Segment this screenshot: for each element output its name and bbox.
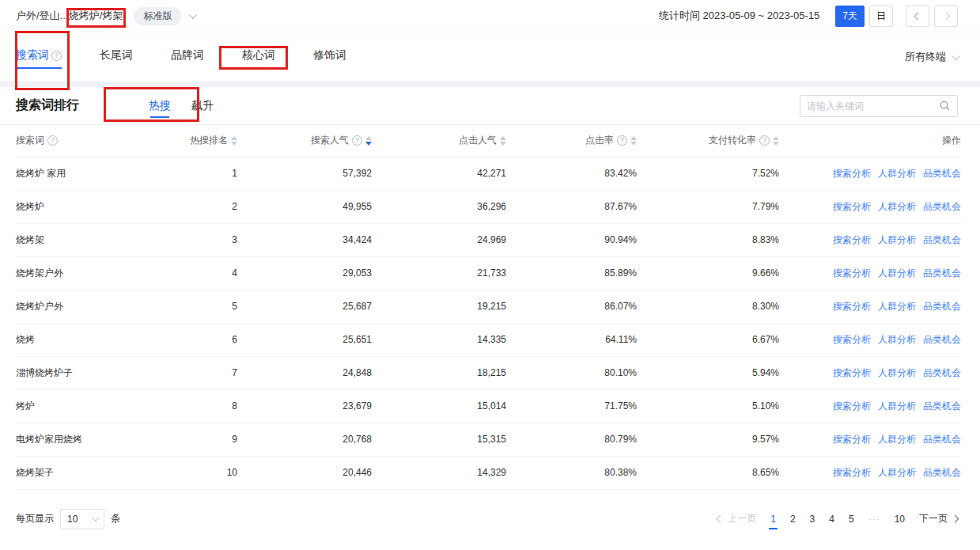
- action-link[interactable]: 人群分析: [878, 434, 916, 445]
- cell-cvr: 7.79%: [637, 190, 779, 223]
- action-link[interactable]: 搜索分析: [833, 201, 871, 212]
- tab-label: 修饰词: [313, 48, 346, 63]
- action-link[interactable]: 品类机会: [923, 367, 961, 378]
- tab-核心词[interactable]: 核心词: [242, 34, 275, 80]
- action-link[interactable]: 搜索分析: [833, 400, 871, 412]
- cell-rank: 1: [162, 157, 237, 190]
- action-link[interactable]: 搜索分析: [833, 168, 871, 179]
- prev-page-label: 上一页: [728, 512, 756, 525]
- action-link[interactable]: 搜索分析: [833, 467, 871, 478]
- page-number[interactable]: 5: [849, 514, 854, 525]
- tab-品牌词[interactable]: 品牌词: [171, 34, 204, 80]
- cell-search_pop: 49,955: [237, 190, 372, 223]
- row-actions: 搜索分析人群分析品类机会: [779, 190, 961, 223]
- cell-ctr: 87.67%: [506, 190, 637, 223]
- next-period-button[interactable]: [934, 6, 958, 27]
- sort-icon[interactable]: [231, 136, 237, 146]
- subtab-热搜[interactable]: 热搜: [149, 89, 171, 123]
- cell-click_pop: 24,969: [372, 223, 506, 256]
- prev-page-button[interactable]: 上一页: [717, 512, 756, 525]
- subtab-飙升[interactable]: 飙升: [191, 89, 214, 123]
- cell-rank: 4: [162, 256, 237, 290]
- tab-搜索词[interactable]: 搜索词: [16, 34, 62, 80]
- sort-desc-caret: [365, 142, 372, 146]
- cell-keyword: 烧烤架户外: [16, 256, 162, 290]
- cell-rank: 10: [162, 456, 237, 489]
- action-link[interactable]: 品类机会: [923, 467, 961, 478]
- chevron-right-icon: [942, 12, 950, 20]
- breadcrumb-prefix[interactable]: 户外/登山..: [16, 9, 66, 23]
- prev-period-button[interactable]: [906, 6, 929, 27]
- action-link[interactable]: 搜索分析: [833, 367, 871, 378]
- page-size-label: 每页显示: [16, 512, 54, 525]
- page-number[interactable]: 4: [829, 514, 834, 525]
- action-link[interactable]: 品类机会: [923, 234, 961, 245]
- next-page-label: 下一页: [919, 512, 948, 525]
- cell-rank: 6: [162, 323, 237, 356]
- page-number[interactable]: 2: [790, 514, 796, 525]
- sort-icon[interactable]: [773, 136, 779, 146]
- action-link[interactable]: 人群分析: [878, 267, 916, 279]
- cell-keyword: 烧烤架子: [16, 456, 162, 489]
- cell-search_pop: 24,848: [237, 356, 372, 389]
- cell-search_pop: 57,392: [237, 157, 372, 190]
- range-7d-button[interactable]: 7天: [835, 6, 865, 27]
- action-link[interactable]: 品类机会: [923, 434, 961, 445]
- keyword-search-input[interactable]: [807, 101, 939, 112]
- chevron-down-icon[interactable]: [189, 11, 197, 19]
- action-link[interactable]: 搜索分析: [833, 434, 871, 445]
- action-link[interactable]: 品类机会: [923, 201, 961, 212]
- action-link[interactable]: 品类机会: [923, 267, 961, 279]
- next-page-button[interactable]: 下一页: [919, 512, 958, 525]
- cell-keyword: 烧烤架: [16, 223, 162, 256]
- page-number[interactable]: 3: [810, 514, 815, 525]
- action-link[interactable]: 人群分析: [878, 467, 916, 478]
- tab-label: 核心词: [242, 48, 275, 63]
- cell-cvr: 5.10%: [637, 389, 779, 423]
- action-link[interactable]: 品类机会: [923, 400, 961, 412]
- action-link[interactable]: 品类机会: [923, 334, 961, 345]
- action-link[interactable]: 搜索分析: [833, 267, 871, 279]
- cell-rank: 7: [162, 356, 237, 389]
- action-link[interactable]: 人群分析: [878, 367, 916, 378]
- tab-修饰词[interactable]: 修饰词: [313, 34, 346, 80]
- search-icon[interactable]: [939, 100, 951, 112]
- action-link[interactable]: 搜索分析: [833, 234, 871, 245]
- row-actions: 搜索分析人群分析品类机会: [779, 290, 961, 323]
- row-actions: 搜索分析人群分析品类机会: [779, 389, 961, 423]
- page-number[interactable]: 10: [895, 514, 905, 525]
- cell-keyword: 烤炉: [16, 389, 162, 423]
- table-row: 淄博烧烤炉子724,84818,21580.10%5.94%搜索分析人群分析品类…: [16, 356, 961, 389]
- breadcrumb-category[interactable]: 烧烤炉/烤架: [66, 7, 127, 25]
- sort-icon[interactable]: [630, 136, 637, 146]
- action-link[interactable]: 人群分析: [878, 400, 916, 412]
- action-link[interactable]: 人群分析: [878, 234, 916, 245]
- action-link[interactable]: 搜索分析: [833, 301, 871, 312]
- tab-长尾词[interactable]: 长尾词: [100, 34, 133, 80]
- column-label: 点击率: [585, 134, 614, 147]
- page-size-select[interactable]: 10: [60, 509, 104, 529]
- sort-icon[interactable]: [365, 136, 372, 146]
- action-link[interactable]: 人群分析: [878, 168, 916, 179]
- page-number[interactable]: 1: [770, 514, 776, 525]
- action-link[interactable]: 搜索分析: [833, 334, 871, 345]
- cell-rank: 2: [162, 190, 237, 223]
- sort-desc-caret: [500, 142, 506, 146]
- terminal-filter[interactable]: 所有终端: [905, 50, 958, 64]
- terminal-filter-label: 所有终端: [905, 50, 946, 64]
- action-link[interactable]: 人群分析: [878, 201, 916, 212]
- action-link[interactable]: 人群分析: [878, 334, 916, 345]
- action-link[interactable]: 品类机会: [923, 301, 961, 312]
- column-label: 支付转化率: [709, 134, 756, 147]
- table-row: 烤炉823,67915,01471.75%5.10%搜索分析人群分析品类机会: [16, 389, 961, 423]
- range-day-button[interactable]: 日: [869, 6, 893, 27]
- action-link[interactable]: 品类机会: [923, 168, 961, 179]
- cell-keyword: 淄博烧烤炉子: [16, 356, 162, 389]
- column-header: 点击率: [506, 125, 637, 157]
- cell-search_pop: 23,679: [237, 389, 372, 423]
- table-header-row: 搜索词热搜排名搜索人气点击人气点击率支付转化率操作: [16, 125, 961, 157]
- action-link[interactable]: 人群分析: [878, 301, 916, 312]
- sort-icon[interactable]: [500, 136, 506, 146]
- cell-ctr: 90.94%: [506, 223, 637, 256]
- sort-asc-caret: [500, 136, 506, 140]
